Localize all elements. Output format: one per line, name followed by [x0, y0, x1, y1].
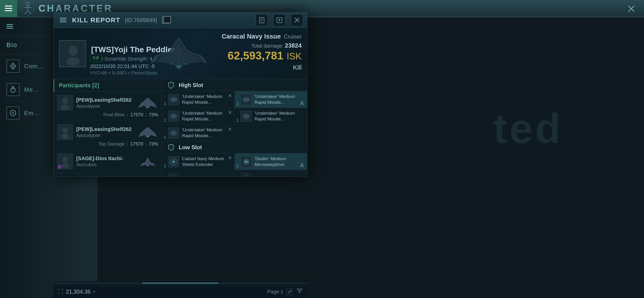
fitting-user-icon-high-2 [300, 101, 304, 106]
fitting-icon-low-3 [241, 173, 252, 177]
ship-class: Cruiser [284, 34, 302, 40]
low-slot-shield-icon [167, 143, 176, 152]
fitting-row-high-1: 1 'Undertaker' MediumRapid Missile... 1 [162, 91, 307, 108]
kill-type-label: Kill [222, 64, 302, 71]
participant-1-percent: 73% [149, 112, 158, 117]
close-app-button[interactable] [626, 3, 637, 15]
fitting-row-low-2: 1 Caldari Navy Medi... 1 [162, 170, 307, 177]
fitting-remove-high-4[interactable] [228, 127, 232, 132]
scroll-thumb[interactable] [142, 282, 218, 284]
fitting-item-high-empty [234, 125, 307, 141]
fittings-panel: High Slot 1 'Undertaker' MediumRapid Mis… [162, 79, 307, 177]
participant-1-stats: Final Blow | 17570 | 73% [57, 112, 158, 117]
participant-2-ship: Apocalypse [76, 133, 134, 138]
participant-2-name: [PEW]LeasingShelf262 [76, 126, 134, 132]
fitting-qty-high-4: 1 [164, 135, 166, 140]
victim-section: [TWS]Yoji The Peddler Warp Scramble Stre… [54, 28, 307, 79]
total-damage-value: 23824 [285, 42, 302, 49]
fitting-item-high-4[interactable]: 1 'Undertaker' MediumRapid Missile... [162, 125, 234, 141]
kill-badge: Kill [90, 54, 102, 62]
participant-2-details: [PEW]LeasingShelf262 Apocalypse [76, 126, 134, 138]
scroll-track [53, 282, 308, 284]
participant-3-details: [SAGE]-Dios Itachi- Succubus [76, 155, 134, 167]
participant-2-stats-label: Top Damage [98, 141, 125, 147]
location-icon: ⛶ [58, 288, 64, 295]
isk-value: 62,593,781 [228, 50, 283, 62]
fitting-item-high-2[interactable]: 1 'Undertaker' MediumRapid Missile... [234, 91, 307, 108]
svg-line-3 [24, 11, 28, 14]
fitting-icon-high-1 [168, 111, 179, 122]
svg-rect-11 [260, 18, 264, 23]
menu-button[interactable] [0, 0, 17, 17]
fitting-icon-low-0 [168, 156, 179, 167]
participant-item-1[interactable]: [PEW]LeasingShelf262 Apocalypse Final Bl… [54, 92, 162, 121]
participant-item-2[interactable]: [PEW]LeasingShelf262 Apocalypse Top Dama… [54, 121, 162, 150]
close-kill-report-button[interactable] [291, 14, 303, 26]
fitting-icon-high-4 [168, 127, 179, 139]
fitting-name-low-3: Slot 0 Ty... [254, 175, 275, 177]
filter-button[interactable] [296, 287, 303, 296]
employment-icon [6, 107, 20, 120]
svg-point-33 [146, 136, 150, 137]
fitting-name-high-0: 'Undertaker' MediumRapid Missile... [182, 94, 222, 105]
fitting-item-low-3[interactable]: 1 Slot 0 Ty... [234, 170, 307, 177]
fitting-qty-low-0: 1 [164, 164, 166, 168]
svg-point-40 [173, 99, 174, 101]
page-edit-button[interactable] [286, 288, 293, 295]
fitting-name-high-2: 'Undertaker' MediumRapid Missile... [254, 94, 295, 105]
total-damage-label: Total damage: 23824 [222, 42, 302, 49]
kill-report-id: [ID:7699849] [125, 17, 157, 24]
svg-point-65 [301, 164, 303, 165]
svg-line-4 [28, 11, 31, 14]
participant-1-details: [PEW]LeasingShelf262 Apocalypse [76, 97, 134, 109]
sidebar-medals-label: Me... [24, 86, 39, 93]
participants-panel: Participants [2] [PEW]LeasingShel [54, 79, 162, 177]
svg-point-27 [62, 98, 68, 104]
bottom-value: 21,304.36 [66, 288, 91, 295]
fitting-item-high-0[interactable]: 1 'Undertaker' MediumRapid Missile... [162, 91, 234, 108]
high-slot-shield-icon [167, 81, 176, 90]
participant-3-avatar: i [57, 153, 73, 169]
notes-button[interactable] [256, 14, 268, 26]
copy-id-button[interactable] [162, 17, 170, 24]
fitting-item-low-1[interactable]: 1 'Dealer' MediumMicrowarpdrive [234, 153, 307, 170]
participant-1-avatar [57, 95, 73, 111]
svg-point-8 [11, 88, 15, 92]
participant-2-top: [PEW]LeasingShelf262 Apocalypse [57, 124, 158, 140]
kill-datetime: 2022/10/20 22:01:44 UTC -5 [90, 63, 158, 69]
fitting-item-high-1[interactable]: 1 'Undertaker' MediumRapid Missile... [162, 108, 234, 125]
fitting-row-low-1: 1 Caldari Navy MediumShield Extender [162, 153, 307, 170]
svg-point-31 [62, 127, 68, 133]
hamburger-icon [5, 6, 12, 11]
medals-icon [6, 83, 20, 96]
scroll-bar[interactable] [53, 281, 308, 285]
isk-block: 62,593,781 ISK [222, 49, 302, 62]
fitting-remove-low-0[interactable] [228, 155, 232, 160]
fitting-item-low-0[interactable]: 1 Caldari Navy MediumShield Extender [162, 153, 234, 170]
victim-right-info: Caracal Navy Issue Cruiser Total damage:… [222, 33, 302, 71]
bottom-plus: + [92, 288, 96, 295]
victim-avatar [59, 40, 86, 67]
fitting-remove-high-1[interactable] [228, 110, 232, 115]
low-slot-title: Low Slot [179, 144, 202, 151]
victim-avatar-face [60, 41, 86, 67]
participant-1-ship: Apocalypse [76, 104, 134, 109]
fitting-row-high-3: 1 'Undertaker' MediumRapid Missile... [162, 125, 307, 141]
fitting-item-low-2[interactable]: 1 Caldari Navy Medi... [162, 170, 234, 177]
svg-point-29 [146, 107, 150, 108]
svg-point-21 [176, 65, 182, 68]
participant-3-name: [SAGE]-Dios Itachi- [76, 155, 134, 162]
svg-point-9 [10, 110, 16, 116]
fitting-remove-high-0[interactable] [228, 93, 232, 98]
participants-header: Participants [2] [54, 79, 162, 92]
isk-label: ISK [287, 51, 302, 61]
export-button[interactable] [273, 14, 285, 26]
victim-bottom-info: Kill 2022/10/20 22:01:44 UTC -5 VYO-68 <… [90, 54, 158, 76]
fitting-icon-low-1 [241, 156, 252, 167]
participant-item-3[interactable]: i [SAGE]-Dios Itachi- Succubus [54, 150, 162, 173]
vitruvian-icon [21, 2, 35, 15]
svg-rect-20 [60, 41, 86, 67]
participant-1-top: [PEW]LeasingShelf262 Apocalypse [57, 95, 158, 111]
kill-report-menu-button[interactable] [58, 15, 68, 26]
fitting-item-high-3[interactable]: 1 'Undertaker' MediumRapid Missile... [234, 108, 307, 125]
